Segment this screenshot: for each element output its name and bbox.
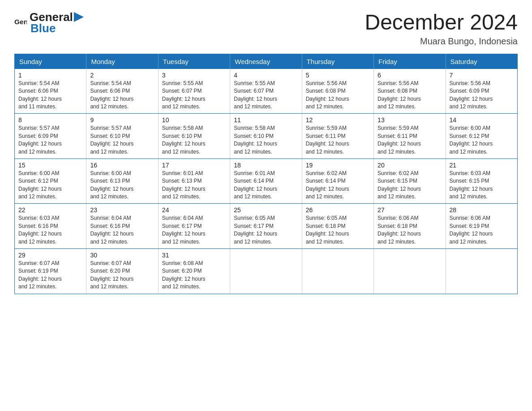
day-number: 14 [450,116,514,124]
day-number: 19 [306,162,370,169]
day-number: 6 [378,72,442,79]
day-info: Sunrise: 6:00 AM Sunset: 6:13 PM Dayligh… [90,170,154,201]
calendar-cell: 31 Sunrise: 6:08 AM Sunset: 6:20 PM Dayl… [158,249,230,294]
day-number: 31 [162,252,226,259]
calendar-cell: 9 Sunrise: 5:57 AM Sunset: 6:10 PM Dayli… [86,114,158,159]
day-number: 18 [234,162,298,169]
day-number: 23 [90,206,154,214]
weekday-header-saturday: Saturday [446,54,517,69]
day-info: Sunrise: 6:05 AM Sunset: 6:18 PM Dayligh… [306,214,370,246]
day-number: 28 [450,206,514,214]
day-number: 27 [378,206,442,214]
logo-icon: General [14,17,27,29]
calendar-cell: 10 Sunrise: 5:58 AM Sunset: 6:10 PM Dayl… [158,114,230,159]
day-info: Sunrise: 6:04 AM Sunset: 6:16 PM Dayligh… [90,214,154,246]
weekday-header-thursday: Thursday [302,54,373,69]
day-info: Sunrise: 5:59 AM Sunset: 6:11 PM Dayligh… [306,124,370,156]
day-number: 24 [162,206,226,214]
day-info: Sunrise: 5:54 AM Sunset: 6:06 PM Dayligh… [18,80,82,111]
page-header: General General Blue December 2024 Muara… [14,11,518,47]
calendar-cell: 4 Sunrise: 5:55 AM Sunset: 6:07 PM Dayli… [230,69,302,114]
day-number: 26 [306,206,370,214]
day-info: Sunrise: 5:56 AM Sunset: 6:08 PM Dayligh… [306,80,370,111]
calendar-cell: 13 Sunrise: 5:59 AM Sunset: 6:11 PM Dayl… [374,114,446,159]
calendar-week-row: 1 Sunrise: 5:54 AM Sunset: 6:06 PM Dayli… [15,69,518,114]
weekday-header-wednesday: Wednesday [230,54,302,69]
calendar-week-row: 15 Sunrise: 6:00 AM Sunset: 6:12 PM Dayl… [15,158,518,204]
calendar-week-row: 8 Sunrise: 5:57 AM Sunset: 6:09 PM Dayli… [15,114,518,159]
day-info: Sunrise: 5:57 AM Sunset: 6:09 PM Dayligh… [18,124,82,156]
day-info: Sunrise: 6:07 AM Sunset: 6:19 PM Dayligh… [18,260,82,291]
title-block: December 2024 Muara Bungo, Indonesia [365,11,518,47]
calendar-cell: 30 Sunrise: 6:07 AM Sunset: 6:20 PM Dayl… [86,249,158,294]
day-info: Sunrise: 5:59 AM Sunset: 6:11 PM Dayligh… [378,124,442,156]
day-info: Sunrise: 6:02 AM Sunset: 6:14 PM Dayligh… [306,170,370,201]
day-info: Sunrise: 6:06 AM Sunset: 6:19 PM Dayligh… [450,214,514,246]
day-info: Sunrise: 6:01 AM Sunset: 6:13 PM Dayligh… [162,170,226,201]
day-number: 2 [90,72,154,79]
day-number: 8 [18,116,82,124]
calendar-cell: 22 Sunrise: 6:03 AM Sunset: 6:16 PM Dayl… [15,204,86,249]
day-info: Sunrise: 5:58 AM Sunset: 6:10 PM Dayligh… [162,124,226,156]
day-info: Sunrise: 6:04 AM Sunset: 6:17 PM Dayligh… [162,214,226,246]
calendar-cell: 12 Sunrise: 5:59 AM Sunset: 6:11 PM Dayl… [302,114,373,159]
svg-text:General: General [14,18,27,26]
calendar-cell: 2 Sunrise: 5:54 AM Sunset: 6:06 PM Dayli… [86,69,158,114]
day-info: Sunrise: 6:07 AM Sunset: 6:20 PM Dayligh… [90,260,154,291]
calendar-cell: 23 Sunrise: 6:04 AM Sunset: 6:16 PM Dayl… [86,204,158,249]
day-number: 10 [162,116,226,124]
calendar-cell: 6 Sunrise: 5:56 AM Sunset: 6:08 PM Dayli… [374,69,446,114]
calendar-cell: 16 Sunrise: 6:00 AM Sunset: 6:13 PM Dayl… [86,158,158,204]
calendar-cell: 28 Sunrise: 6:06 AM Sunset: 6:19 PM Dayl… [446,204,517,249]
day-info: Sunrise: 6:03 AM Sunset: 6:15 PM Dayligh… [450,170,514,201]
calendar-cell [374,249,446,294]
page-subtitle: Muara Bungo, Indonesia [365,36,518,47]
logo: General General Blue [14,11,84,34]
day-info: Sunrise: 6:02 AM Sunset: 6:15 PM Dayligh… [378,170,442,201]
day-info: Sunrise: 5:55 AM Sunset: 6:07 PM Dayligh… [162,80,226,111]
page-title: December 2024 [365,11,518,34]
calendar-cell: 14 Sunrise: 6:00 AM Sunset: 6:12 PM Dayl… [446,114,517,159]
calendar-table: SundayMondayTuesdayWednesdayThursdayFrid… [14,54,518,294]
calendar-body: 1 Sunrise: 5:54 AM Sunset: 6:06 PM Dayli… [15,69,518,294]
calendar-week-row: 22 Sunrise: 6:03 AM Sunset: 6:16 PM Dayl… [15,204,518,249]
day-number: 29 [18,252,82,259]
calendar-header: SundayMondayTuesdayWednesdayThursdayFrid… [15,54,518,69]
logo-arrow-icon [74,12,84,22]
day-number: 1 [18,72,82,79]
day-number: 30 [90,252,154,259]
day-info: Sunrise: 6:08 AM Sunset: 6:20 PM Dayligh… [162,260,226,291]
day-number: 17 [162,162,226,169]
calendar-cell [446,249,517,294]
day-info: Sunrise: 5:54 AM Sunset: 6:06 PM Dayligh… [90,80,154,111]
day-info: Sunrise: 6:05 AM Sunset: 6:17 PM Dayligh… [234,214,298,246]
calendar-cell [302,249,373,294]
weekday-header-monday: Monday [86,54,158,69]
day-number: 13 [378,116,442,124]
calendar-cell: 18 Sunrise: 6:01 AM Sunset: 6:14 PM Dayl… [230,158,302,204]
day-info: Sunrise: 5:56 AM Sunset: 6:08 PM Dayligh… [378,80,442,111]
calendar-cell: 20 Sunrise: 6:02 AM Sunset: 6:15 PM Dayl… [374,158,446,204]
day-info: Sunrise: 6:00 AM Sunset: 6:12 PM Dayligh… [450,124,514,156]
day-number: 21 [450,162,514,169]
day-info: Sunrise: 6:06 AM Sunset: 6:18 PM Dayligh… [378,214,442,246]
calendar-cell: 5 Sunrise: 5:56 AM Sunset: 6:08 PM Dayli… [302,69,373,114]
calendar-cell [230,249,302,294]
calendar-cell: 21 Sunrise: 6:03 AM Sunset: 6:15 PM Dayl… [446,158,517,204]
day-number: 15 [18,162,82,169]
day-number: 25 [234,206,298,214]
weekday-header-sunday: Sunday [15,54,86,69]
day-info: Sunrise: 5:56 AM Sunset: 6:09 PM Dayligh… [450,80,514,111]
day-number: 4 [234,72,298,79]
calendar-cell: 25 Sunrise: 6:05 AM Sunset: 6:17 PM Dayl… [230,204,302,249]
calendar-cell: 11 Sunrise: 5:58 AM Sunset: 6:10 PM Dayl… [230,114,302,159]
day-number: 12 [306,116,370,124]
calendar-cell: 17 Sunrise: 6:01 AM Sunset: 6:13 PM Dayl… [158,158,230,204]
day-number: 22 [18,206,82,214]
weekday-row: SundayMondayTuesdayWednesdayThursdayFrid… [15,54,518,69]
calendar-cell: 26 Sunrise: 6:05 AM Sunset: 6:18 PM Dayl… [302,204,373,249]
calendar-cell: 8 Sunrise: 5:57 AM Sunset: 6:09 PM Dayli… [15,114,86,159]
calendar-week-row: 29 Sunrise: 6:07 AM Sunset: 6:19 PM Dayl… [15,249,518,294]
day-info: Sunrise: 5:58 AM Sunset: 6:10 PM Dayligh… [234,124,298,156]
day-info: Sunrise: 5:57 AM Sunset: 6:10 PM Dayligh… [90,124,154,156]
